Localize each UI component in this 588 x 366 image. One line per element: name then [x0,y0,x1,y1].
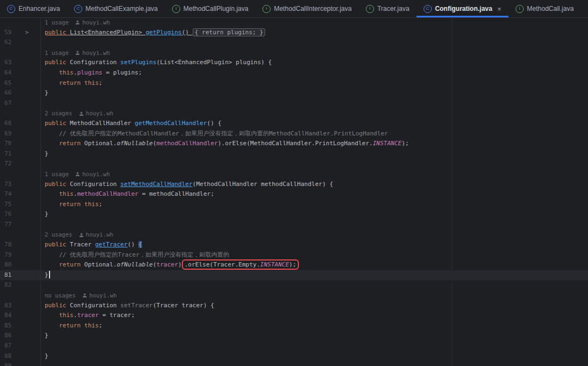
author-icon [75,20,80,25]
line-number[interactable]: 68 [0,119,41,129]
code-line[interactable]: 88} [0,351,588,362]
line-number[interactable]: 70 [0,139,41,149]
author-name[interactable]: houyi.wh [86,229,114,240]
code-line[interactable]: 84 this.tracer = tracer; [0,311,588,321]
tab-methodcallplugin-java[interactable]: IMethodCallPlugin.java [165,0,255,17]
usage-hint-line[interactable]: 2 usageshouyi.wh [0,108,588,119]
usage-hint-line[interactable]: no usageshouyi.wh [0,290,588,301]
line-number[interactable]: 73 [0,179,41,190]
line-number[interactable]: 65 [0,78,41,89]
code-line[interactable]: 85 return this; [0,321,588,331]
tab-methodcall-java[interactable]: IMethodCall.java [509,0,581,17]
code-line[interactable]: 73public Configuration setMethodCallHand… [0,179,588,190]
code-line[interactable]: 86} [0,331,588,341]
usage-hint-line[interactable]: 1 usagehouyi.wh [0,17,588,28]
usage-count-hint[interactable]: 2 usages [45,229,72,240]
code-line[interactable]: 80 return Optional.ofNullable(tracer).or… [0,260,588,270]
line-number[interactable]: 63 [0,58,41,68]
code-token: { return plugins; } [193,28,266,36]
usage-count-hint[interactable]: 1 usage [45,17,69,28]
tab-tracer-java[interactable]: ITracer.java [359,0,416,17]
usage-count-hint[interactable]: 2 usages [45,108,72,119]
code-token: } [45,210,48,218]
tab-enhancer-java[interactable]: CEnhancer.java [0,0,67,17]
line-number[interactable] [0,290,41,301]
tab-methodcallexample-java[interactable]: CMethodCallExample.java [67,0,165,17]
code-line[interactable]: 77 [0,220,588,230]
author-name[interactable]: houyi.wh [89,290,117,301]
line-number[interactable]: 87 [0,341,41,351]
usage-hint-line[interactable]: 1 usagehouyi.wh [0,169,588,179]
code-line[interactable]: 79 // 优先取用户指定的Tracer，如果用户没有指定，则取内置的 [0,250,588,260]
line-number[interactable]: 78 [0,240,41,250]
code-line[interactable]: 89 [0,361,588,366]
usage-count-hint[interactable]: 1 usage [45,48,69,58]
line-number[interactable]: 77 [0,220,41,230]
line-number[interactable]: 82 [0,280,41,290]
line-number[interactable]: 69 [0,129,41,139]
author-name[interactable]: houyi.wh [86,108,114,119]
tab-close-icon[interactable]: × [497,5,501,13]
code-line[interactable]: 68public MethodCallHandler getMethodCall… [0,119,588,129]
tab-label: Configuration.java [435,5,492,13]
usage-hint-line[interactable]: 2 usageshouyi.wh [0,229,588,240]
line-number[interactable]: 64 [0,68,41,78]
code-line[interactable]: 59>public List<EnhancedPlugin> getPlugin… [0,28,588,38]
line-number[interactable]: 71 [0,149,41,159]
author-name[interactable]: houyi.wh [82,48,110,58]
author-name[interactable]: houyi.wh [82,17,110,28]
code-line[interactable]: 64 this.plugins = plugins; [0,68,588,78]
code-line[interactable]: 62 [0,38,588,48]
tab-configuration-java[interactable]: CConfiguration.java× [416,0,509,17]
usage-hint-line[interactable]: 1 usagehouyi.wh [0,48,588,58]
code-line[interactable]: 67 [0,98,588,109]
line-number[interactable]: 80 [0,260,41,270]
line-number[interactable] [0,169,41,179]
line-number[interactable] [0,108,41,119]
code-line[interactable]: 78public Tracer getTracer() { [0,240,588,250]
line-number[interactable]: 67 [0,98,41,109]
code-line[interactable]: 69 // 优先取用户指定的MethodCallHandler，如果用户没有指定… [0,129,588,139]
line-number[interactable]: 66 [0,88,41,98]
line-number[interactable]: 89 [0,361,41,366]
line-number[interactable] [0,48,41,58]
code-line[interactable]: 70 return Optional.ofNullable(methodCall… [0,139,588,149]
code-line[interactable]: 63public Configuration setPlugins(List<E… [0,58,588,68]
code-line[interactable]: 74 this.methodCallHandler = methodCallHa… [0,189,588,200]
tab-label: MethodCallExample.java [85,5,158,13]
code-line[interactable]: 72 [0,159,588,169]
code-token: } [45,352,48,359]
line-number[interactable] [0,17,41,28]
line-number[interactable]: 79 [0,250,41,260]
code-editor[interactable]: 1 usagehouyi.wh59>public List<EnhancedPl… [0,17,588,366]
code-line[interactable]: 81} [0,270,588,281]
usage-count-hint[interactable]: 1 usage [45,169,69,179]
fold-arrow-icon[interactable]: > [25,28,29,38]
line-number[interactable]: 59 [0,28,41,38]
line-number[interactable]: 62 [0,38,41,48]
code-line[interactable]: 75 return this; [0,200,588,210]
code-line[interactable]: 65 return this; [0,78,588,89]
line-number[interactable]: 83 [0,301,41,311]
author-name[interactable]: houyi.wh [82,169,110,179]
line-number[interactable] [0,229,41,240]
line-number[interactable]: 88 [0,351,41,362]
line-number[interactable]: 76 [0,209,41,220]
usage-count-hint[interactable]: no usages [45,290,76,301]
code-line[interactable]: 82 [0,280,588,290]
code-line[interactable]: 66} [0,88,588,98]
line-number[interactable]: 72 [0,159,41,169]
line-number[interactable]: 85 [0,321,41,331]
line-number[interactable]: 81 [0,270,41,281]
line-number[interactable]: 84 [0,311,41,321]
code-line[interactable]: 83public Configuration setTracer(Tracer … [0,301,588,311]
code-line[interactable]: 87 [0,341,588,351]
code-line[interactable]: 76} [0,209,588,220]
line-number[interactable]: 86 [0,331,41,341]
line-number[interactable]: 75 [0,200,41,210]
code-token: return [59,322,84,329]
code-line[interactable]: 71} [0,149,588,159]
line-number[interactable]: 74 [0,189,41,200]
tab-methodcallinterceptor-java[interactable]: IMethodCallInterceptor.java [255,0,359,17]
code-token: tracer [156,261,178,268]
